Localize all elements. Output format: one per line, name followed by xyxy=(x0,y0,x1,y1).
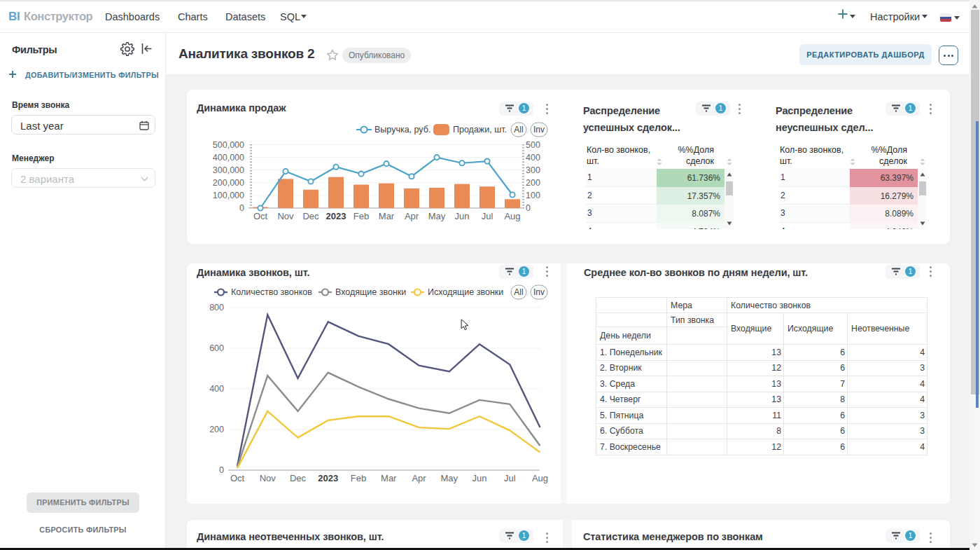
svg-text:Aug: Aug xyxy=(532,473,548,483)
svg-text:Dec: Dec xyxy=(302,211,319,221)
svg-text:800: 800 xyxy=(209,303,224,312)
svg-text:All: All xyxy=(514,125,523,135)
svg-text:Apr: Apr xyxy=(412,473,426,483)
svg-text:200,000: 200,000 xyxy=(213,178,244,188)
svg-text:0: 0 xyxy=(239,203,244,213)
svg-text:Inv: Inv xyxy=(533,287,545,297)
svg-text:Выручка, руб.: Выручка, руб. xyxy=(374,125,430,135)
svg-text:100,000: 100,000 xyxy=(213,191,244,200)
svg-text:Jul: Jul xyxy=(482,211,493,221)
svg-text:300,000: 300,000 xyxy=(213,165,244,175)
svg-text:0: 0 xyxy=(219,465,224,475)
svg-text:Oct: Oct xyxy=(253,211,268,221)
svg-text:Nov: Nov xyxy=(277,211,294,221)
svg-text:0: 0 xyxy=(526,203,531,213)
svg-text:Nov: Nov xyxy=(260,473,276,483)
svg-text:Продажи, шт.: Продажи, шт. xyxy=(453,125,507,135)
svg-text:200: 200 xyxy=(209,425,224,434)
svg-text:All: All xyxy=(514,287,523,297)
svg-text:Jun: Jun xyxy=(472,473,487,483)
svg-text:May: May xyxy=(440,473,458,483)
svg-text:Oct: Oct xyxy=(230,473,245,483)
svg-text:Inv: Inv xyxy=(533,125,545,135)
svg-text:400: 400 xyxy=(526,153,540,163)
svg-text:Aug: Aug xyxy=(504,211,520,221)
svg-text:Jul: Jul xyxy=(504,473,516,483)
svg-text:500,000: 500,000 xyxy=(213,140,244,150)
svg-text:400: 400 xyxy=(209,384,224,394)
svg-text:200: 200 xyxy=(526,178,540,188)
svg-text:Dec: Dec xyxy=(290,473,307,483)
svg-text:Количество звонков: Количество звонков xyxy=(231,287,312,297)
svg-text:2023: 2023 xyxy=(318,473,338,483)
svg-text:500: 500 xyxy=(526,140,540,150)
svg-text:Исходящие звонки: Исходящие звонки xyxy=(428,287,503,297)
svg-text:2023: 2023 xyxy=(326,211,346,221)
svg-text:Mar: Mar xyxy=(379,211,395,221)
svg-text:Входящие звонки: Входящие звонки xyxy=(335,287,406,297)
svg-text:Apr: Apr xyxy=(405,211,419,221)
svg-text:Feb: Feb xyxy=(351,473,366,483)
svg-text:600: 600 xyxy=(209,343,224,353)
svg-text:Mar: Mar xyxy=(381,473,397,483)
svg-text:300: 300 xyxy=(526,165,540,175)
svg-text:May: May xyxy=(428,211,446,221)
svg-text:Feb: Feb xyxy=(354,211,369,221)
svg-text:Jun: Jun xyxy=(455,211,470,221)
svg-text:400,000: 400,000 xyxy=(213,153,244,163)
svg-text:100: 100 xyxy=(526,191,540,200)
